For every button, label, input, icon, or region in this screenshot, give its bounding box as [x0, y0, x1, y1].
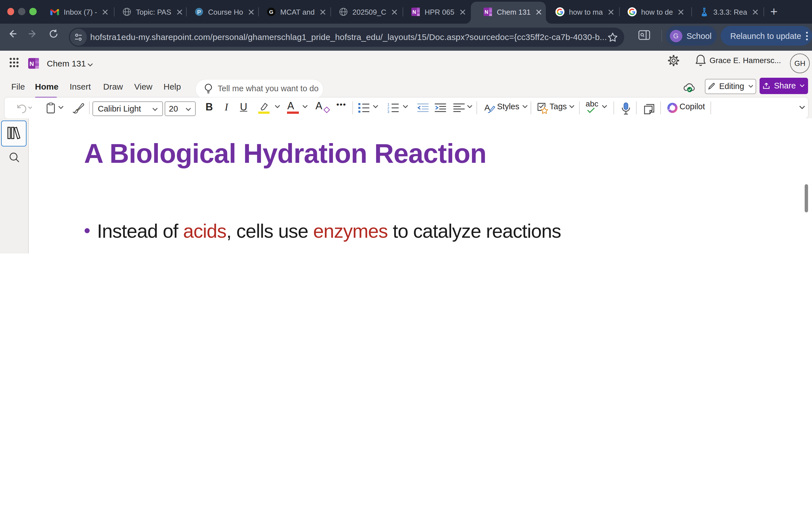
- svg-text:N: N: [29, 60, 34, 67]
- svg-text:3: 3: [387, 110, 389, 113]
- svg-text:N: N: [412, 9, 416, 15]
- svg-text:N: N: [485, 9, 488, 15]
- svg-text:P: P: [197, 9, 201, 15]
- svg-text:2: 2: [387, 106, 389, 110]
- svg-text:G: G: [269, 9, 273, 15]
- svg-text:A: A: [484, 103, 490, 112]
- svg-text:1: 1: [387, 102, 389, 106]
